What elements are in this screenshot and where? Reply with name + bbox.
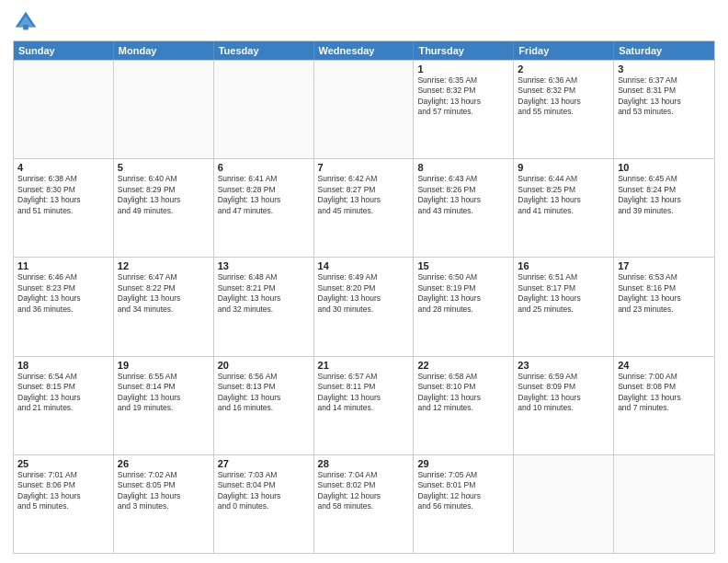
calendar-cell: 14Sunrise: 6:49 AMSunset: 8:20 PMDayligh…	[314, 258, 415, 355]
calendar-cell: 9Sunrise: 6:44 AMSunset: 8:25 PMDaylight…	[514, 159, 614, 257]
day-info: Sunrise: 6:35 AMSunset: 8:32 PMDaylight:…	[417, 75, 509, 118]
calendar-row-1: 4Sunrise: 6:38 AMSunset: 8:30 PMDaylight…	[14, 158, 714, 257]
day-number: 16	[518, 260, 609, 271]
day-number: 12	[118, 260, 210, 271]
calendar-cell	[14, 61, 114, 158]
day-info: Sunrise: 6:45 AMSunset: 8:24 PMDaylight:…	[618, 174, 711, 216]
day-number: 24	[618, 360, 711, 371]
day-info: Sunrise: 6:49 AMSunset: 8:20 PMDaylight:…	[318, 272, 410, 315]
day-number: 3	[618, 63, 711, 75]
day-number: 5	[118, 162, 210, 173]
calendar-cell: 16Sunrise: 6:51 AMSunset: 8:17 PMDayligh…	[514, 258, 614, 355]
day-info: Sunrise: 6:40 AMSunset: 8:29 PMDaylight:…	[118, 174, 210, 216]
day-info: Sunrise: 6:44 AMSunset: 8:25 PMDaylight:…	[518, 174, 609, 216]
day-number: 27	[218, 458, 310, 469]
day-info: Sunrise: 6:53 AMSunset: 8:16 PMDaylight:…	[618, 272, 711, 315]
day-info: Sunrise: 7:05 AMSunset: 8:01 PMDaylight:…	[417, 470, 509, 512]
header-cell-thursday: Thursday	[414, 41, 514, 60]
day-number: 13	[218, 260, 310, 271]
day-info: Sunrise: 6:43 AMSunset: 8:26 PMDaylight:…	[417, 174, 509, 216]
calendar-cell: 20Sunrise: 6:56 AMSunset: 8:13 PMDayligh…	[214, 357, 314, 454]
day-number: 29	[417, 458, 509, 469]
calendar-cell: 17Sunrise: 6:53 AMSunset: 8:16 PMDayligh…	[614, 258, 714, 355]
day-number: 15	[417, 260, 509, 271]
day-number: 26	[118, 458, 210, 469]
calendar-cell: 11Sunrise: 6:46 AMSunset: 8:23 PMDayligh…	[14, 258, 114, 355]
day-number: 20	[218, 360, 310, 371]
calendar-header-row: SundayMondayTuesdayWednesdayThursdayFrid…	[14, 41, 714, 60]
day-number: 10	[618, 162, 711, 173]
header	[13, 9, 715, 35]
day-number: 7	[318, 162, 410, 173]
day-info: Sunrise: 7:00 AMSunset: 8:08 PMDaylight:…	[618, 372, 711, 414]
day-info: Sunrise: 6:58 AMSunset: 8:10 PMDaylight:…	[417, 372, 509, 414]
day-info: Sunrise: 6:36 AMSunset: 8:32 PMDaylight:…	[518, 75, 609, 118]
calendar-cell: 7Sunrise: 6:42 AMSunset: 8:27 PMDaylight…	[314, 159, 415, 257]
header-cell-saturday: Saturday	[614, 41, 714, 60]
day-number: 22	[417, 360, 509, 371]
header-cell-wednesday: Wednesday	[314, 41, 415, 60]
calendar-cell	[214, 61, 314, 158]
calendar-cell: 24Sunrise: 7:00 AMSunset: 8:08 PMDayligh…	[614, 357, 714, 454]
calendar-cell: 28Sunrise: 7:04 AMSunset: 8:02 PMDayligh…	[314, 455, 415, 553]
day-number: 17	[618, 260, 711, 271]
day-number: 25	[17, 458, 109, 469]
calendar-cell: 27Sunrise: 7:03 AMSunset: 8:04 PMDayligh…	[214, 455, 314, 553]
calendar-cell: 4Sunrise: 6:38 AMSunset: 8:30 PMDaylight…	[14, 159, 114, 257]
calendar-cell: 1Sunrise: 6:35 AMSunset: 8:32 PMDaylight…	[414, 61, 514, 158]
calendar-row-2: 11Sunrise: 6:46 AMSunset: 8:23 PMDayligh…	[14, 257, 714, 355]
day-info: Sunrise: 6:59 AMSunset: 8:09 PMDaylight:…	[518, 372, 609, 414]
calendar-cell: 3Sunrise: 6:37 AMSunset: 8:31 PMDaylight…	[614, 61, 714, 158]
day-info: Sunrise: 6:50 AMSunset: 8:19 PMDaylight:…	[417, 272, 509, 315]
day-number: 9	[518, 162, 609, 173]
day-info: Sunrise: 6:56 AMSunset: 8:13 PMDaylight:…	[218, 372, 310, 414]
day-info: Sunrise: 6:42 AMSunset: 8:27 PMDaylight:…	[318, 174, 410, 216]
calendar-cell: 5Sunrise: 6:40 AMSunset: 8:29 PMDaylight…	[114, 159, 214, 257]
calendar-cell: 8Sunrise: 6:43 AMSunset: 8:26 PMDaylight…	[414, 159, 514, 257]
calendar-cell	[614, 455, 714, 553]
day-info: Sunrise: 6:55 AMSunset: 8:14 PMDaylight:…	[118, 372, 210, 414]
calendar-cell	[114, 61, 214, 158]
calendar-cell: 10Sunrise: 6:45 AMSunset: 8:24 PMDayligh…	[614, 159, 714, 257]
day-info: Sunrise: 6:38 AMSunset: 8:30 PMDaylight:…	[17, 174, 109, 216]
day-number: 21	[318, 360, 410, 371]
header-cell-friday: Friday	[514, 41, 614, 60]
calendar-cell: 13Sunrise: 6:48 AMSunset: 8:21 PMDayligh…	[214, 258, 314, 355]
day-number: 11	[17, 260, 109, 271]
calendar-body: 1Sunrise: 6:35 AMSunset: 8:32 PMDaylight…	[14, 60, 714, 553]
calendar-row-4: 25Sunrise: 7:01 AMSunset: 8:06 PMDayligh…	[14, 454, 714, 553]
header-cell-sunday: Sunday	[14, 41, 114, 60]
day-number: 1	[417, 63, 509, 75]
calendar-cell: 19Sunrise: 6:55 AMSunset: 8:14 PMDayligh…	[114, 357, 214, 454]
day-info: Sunrise: 6:54 AMSunset: 8:15 PMDaylight:…	[17, 372, 109, 414]
calendar-cell: 2Sunrise: 6:36 AMSunset: 8:32 PMDaylight…	[514, 61, 614, 158]
calendar-cell: 15Sunrise: 6:50 AMSunset: 8:19 PMDayligh…	[414, 258, 514, 355]
calendar-cell	[514, 455, 614, 553]
day-info: Sunrise: 6:37 AMSunset: 8:31 PMDaylight:…	[618, 75, 711, 118]
day-number: 28	[318, 458, 410, 469]
page: SundayMondayTuesdayWednesdayThursdayFrid…	[0, 0, 728, 563]
day-number: 23	[518, 360, 609, 371]
day-info: Sunrise: 7:04 AMSunset: 8:02 PMDaylight:…	[318, 470, 410, 512]
day-number: 19	[118, 360, 210, 371]
day-number: 2	[518, 63, 609, 75]
calendar-cell: 6Sunrise: 6:41 AMSunset: 8:28 PMDaylight…	[214, 159, 314, 257]
day-info: Sunrise: 6:48 AMSunset: 8:21 PMDaylight:…	[218, 272, 310, 315]
calendar-cell: 18Sunrise: 6:54 AMSunset: 8:15 PMDayligh…	[14, 357, 114, 454]
calendar-cell: 22Sunrise: 6:58 AMSunset: 8:10 PMDayligh…	[414, 357, 514, 454]
day-info: Sunrise: 6:41 AMSunset: 8:28 PMDaylight:…	[218, 174, 310, 216]
calendar: SundayMondayTuesdayWednesdayThursdayFrid…	[13, 40, 715, 554]
svg-rect-2	[23, 25, 28, 30]
day-number: 18	[17, 360, 109, 371]
calendar-cell	[314, 61, 415, 158]
header-cell-tuesday: Tuesday	[214, 41, 314, 60]
day-number: 4	[17, 162, 109, 173]
logo	[13, 9, 42, 35]
calendar-cell: 23Sunrise: 6:59 AMSunset: 8:09 PMDayligh…	[514, 357, 614, 454]
day-info: Sunrise: 6:57 AMSunset: 8:11 PMDaylight:…	[318, 372, 410, 414]
day-info: Sunrise: 6:46 AMSunset: 8:23 PMDaylight:…	[17, 272, 109, 315]
calendar-row-0: 1Sunrise: 6:35 AMSunset: 8:32 PMDaylight…	[14, 60, 714, 158]
calendar-cell: 26Sunrise: 7:02 AMSunset: 8:05 PMDayligh…	[114, 455, 214, 553]
day-number: 14	[318, 260, 410, 271]
header-cell-monday: Monday	[114, 41, 214, 60]
